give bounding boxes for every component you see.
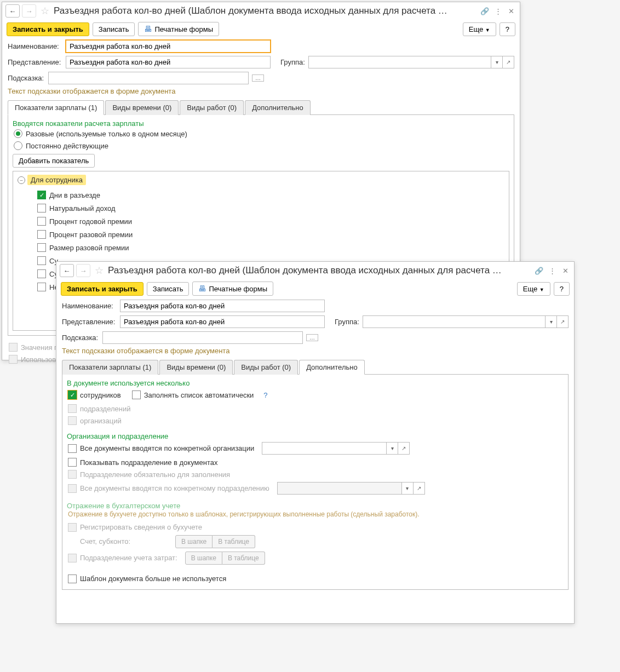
repr-label: Представление:: [62, 318, 117, 326]
favorite-icon[interactable]: ☆: [93, 265, 106, 277]
save-button[interactable]: Записать: [93, 22, 135, 36]
tab-salary-indicators[interactable]: Показатели зарплаты (1): [8, 100, 104, 115]
indicators-section-title: Вводятся показатели расчета зарплаты: [13, 119, 509, 128]
tab-time-types[interactable]: Виды времени (0): [105, 100, 179, 115]
checkbox-icon: [68, 575, 77, 583]
tab-time-types[interactable]: Виды времени (0): [159, 360, 233, 375]
employees-checkbox[interactable]: сотрудников: [67, 389, 122, 401]
checkbox-icon: [9, 343, 18, 352]
tab-additional[interactable]: Дополнительно: [245, 100, 311, 115]
toolbar: Записать и закрыть Записать 🖶Печатные фо…: [56, 279, 574, 298]
kebab-icon[interactable]: ⋮: [547, 265, 558, 276]
checkbox-icon[interactable]: [37, 243, 46, 252]
radio-one-time[interactable]: Разовые (используемые только в одном мес…: [13, 128, 509, 140]
print-forms-button[interactable]: 🖶Печатные формы: [192, 282, 273, 296]
tree-item[interactable]: Натуральный доход: [13, 202, 509, 215]
register-accounting-checkbox: Регистрировать сведения о бухучете: [67, 521, 564, 533]
group-label: Группа:: [335, 318, 359, 326]
accounting-section-title: Отражение в бухгалтерском учете: [67, 502, 564, 510]
all-org-checkbox[interactable]: Все документы вводятся по конкретной орг…: [67, 440, 564, 456]
hint-input[interactable]: [48, 72, 249, 84]
tree-group-label: Для сотрудника: [27, 175, 86, 185]
hint-label: Подсказка:: [62, 334, 99, 342]
show-dept-checkbox[interactable]: Показывать подразделение в документах: [67, 456, 564, 468]
add-indicator-button[interactable]: Добавить показатель: [13, 154, 95, 168]
checkbox-icon[interactable]: [37, 269, 46, 278]
nav-back-button[interactable]: ←: [5, 4, 20, 18]
checkbox-icon[interactable]: [37, 256, 46, 265]
link-icon[interactable]: 🔗: [533, 265, 544, 276]
group-input[interactable]: [308, 56, 491, 68]
tree-item[interactable]: Размер разовой премии: [13, 241, 509, 254]
checkbox-icon: [68, 484, 77, 493]
favorite-icon[interactable]: ☆: [38, 5, 51, 17]
repr-input[interactable]: [66, 56, 271, 68]
help-button[interactable]: ?: [500, 22, 515, 36]
group-dropdown-button[interactable]: ▾: [491, 56, 503, 68]
repr-label: Представление:: [8, 58, 62, 66]
tree-item[interactable]: Дни в разъезде: [13, 188, 509, 202]
repr-input[interactable]: [120, 315, 325, 328]
hint-ellipsis-button[interactable]: …: [252, 74, 264, 82]
group-dropdown-button[interactable]: ▾: [546, 315, 557, 328]
account-row: Счет, субконто: В шапкеВ таблице: [67, 533, 564, 550]
kebab-icon[interactable]: ⋮: [492, 5, 503, 16]
save-close-button[interactable]: Записать и закрыть: [7, 22, 89, 36]
checkbox-icon[interactable]: [37, 230, 46, 239]
org-dept-section-title: Организация и подразделение: [67, 432, 564, 440]
checkbox-icon[interactable]: [37, 191, 46, 199]
close-icon[interactable]: ✕: [560, 265, 571, 276]
checkbox-icon: [68, 444, 77, 453]
help-icon[interactable]: ?: [263, 391, 267, 399]
checkbox-icon[interactable]: [37, 217, 46, 226]
unused-checkbox[interactable]: Шаблон документа больше не используется: [67, 573, 564, 585]
checkbox-icon: [68, 404, 77, 413]
nav-back-button[interactable]: ←: [60, 264, 74, 277]
tab-additional[interactable]: Дополнительно: [299, 360, 365, 375]
tree-group-header[interactable]: – Для сотрудника: [13, 171, 509, 188]
open-button[interactable]: ↗: [398, 442, 410, 455]
group-open-button[interactable]: ↗: [557, 315, 569, 328]
use-checkbox-label: Использова: [21, 355, 60, 364]
multi-section-title: В документе используется несколько: [67, 379, 564, 387]
hint-help-text: Текст подсказки отображается в форме док…: [56, 346, 574, 357]
help-button[interactable]: ?: [554, 282, 570, 296]
nav-forward-button[interactable]: →: [22, 4, 36, 18]
hint-input[interactable]: [102, 331, 303, 344]
checkbox-icon[interactable]: [37, 204, 46, 212]
tab-bar: Показатели зарплаты (1) Виды времени (0)…: [62, 359, 569, 375]
org-input[interactable]: [262, 442, 387, 455]
close-icon[interactable]: ✕: [506, 5, 516, 16]
open-button: ↗: [414, 482, 425, 495]
autofill-checkbox[interactable]: Заполнять список автоматически: [131, 389, 255, 401]
checkbox-icon[interactable]: [37, 283, 46, 291]
save-button[interactable]: Записать: [147, 282, 190, 296]
tab-work-types[interactable]: Виды работ (0): [180, 100, 244, 115]
checkbox-icon: [9, 355, 18, 364]
name-label: Наименование:: [8, 42, 62, 50]
hint-help-text: Текст подсказки отображается в форме док…: [2, 86, 520, 97]
window-title: Разъездня работа кол-во дней (Шаблон док…: [54, 5, 477, 16]
collapse-icon[interactable]: –: [18, 176, 25, 184]
nav-forward-button[interactable]: →: [76, 264, 90, 277]
tab-work-types[interactable]: Виды работ (0): [234, 360, 298, 375]
window-title: Разъездня работа кол-во дней (Шаблон док…: [108, 265, 531, 276]
radio-permanent[interactable]: Постоянно действующие: [13, 140, 509, 152]
checkbox-icon: [68, 470, 77, 479]
tree-item[interactable]: Процент годовой премии: [13, 215, 509, 228]
tab-salary-indicators[interactable]: Показатели зарплаты (1): [62, 360, 158, 375]
name-input[interactable]: [66, 40, 271, 53]
group-input[interactable]: [363, 315, 546, 328]
more-button[interactable]: Еще ▼: [463, 22, 496, 36]
name-input[interactable]: [120, 300, 325, 312]
save-close-button[interactable]: Записать и закрыть: [61, 282, 143, 296]
group-open-button[interactable]: ↗: [503, 56, 514, 68]
link-icon[interactable]: 🔗: [479, 5, 490, 16]
print-forms-button[interactable]: 🖶Печатные формы: [138, 22, 219, 36]
checkbox-icon: [68, 416, 77, 425]
dropdown-button[interactable]: ▾: [387, 442, 398, 455]
checkbox-icon: [68, 390, 77, 399]
hint-ellipsis-button[interactable]: …: [306, 334, 318, 341]
more-button[interactable]: Еще ▼: [517, 282, 550, 296]
tree-item[interactable]: Процент разовой премии: [13, 228, 509, 241]
